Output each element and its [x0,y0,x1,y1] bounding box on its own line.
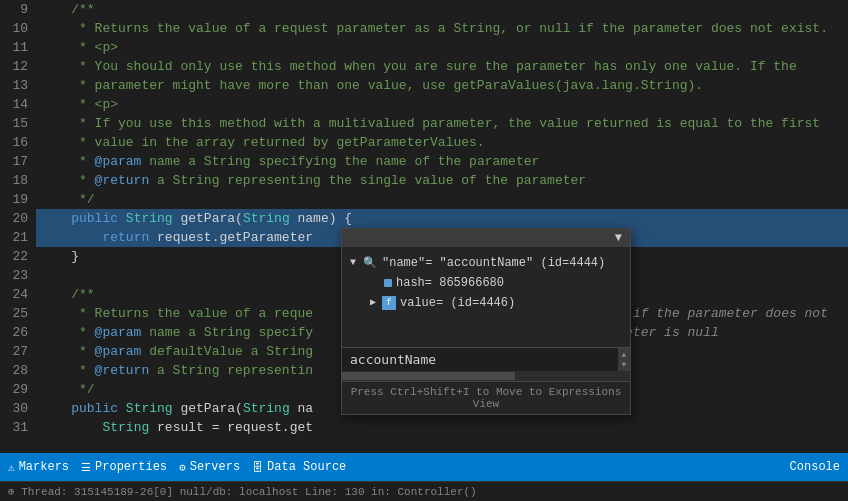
code-line: /** [36,0,848,19]
code-line: * <p> [36,38,848,57]
debug-popup-hint: Press Ctrl+Shift+I to Move to Expression… [342,381,630,414]
close-icon[interactable]: ▼ [611,231,626,245]
bottom-tab-markers[interactable]: ⚠ Markers [8,460,69,474]
bottom-tab-console[interactable]: Console [790,460,840,474]
debug-popup-tree: ▼ 🔍 "name"= "accountName" (id=4444) hash… [342,247,630,347]
properties-icon: ☰ [81,461,91,474]
dot-icon [384,279,392,287]
line-numbers: 9 10 11 12 13 14 15 16 17 18 19 20 21 22… [0,0,36,453]
tree-root-item[interactable]: ▼ 🔍 "name"= "accountName" (id=4444) [350,253,622,273]
datasource-label: Data Source [267,460,346,474]
code-line: * If you use this method with a multival… [36,114,848,133]
editor-area: 9 10 11 12 13 14 15 16 17 18 19 20 21 22… [0,0,848,501]
code-line: * You should only use this method when y… [36,57,848,76]
debug-popup[interactable]: ▼ ▼ 🔍 "name"= "accountName" (id=4444) ha… [341,228,631,415]
datasource-icon: 🗄 [252,461,263,474]
console-label: Console [790,460,840,474]
properties-label: Properties [95,460,167,474]
tree-child-hash[interactable]: hash= 865966680 [350,273,622,293]
child-expand-arrow[interactable]: ▶ [370,293,382,313]
bottom-bar: ⚠ Markers ☰ Properties ⚙ Servers 🗄 Data … [0,453,848,481]
status-text: ⊕ Thread: 315145189-26[0] null/db: local… [8,485,477,498]
code-container: 9 10 11 12 13 14 15 16 17 18 19 20 21 22… [0,0,848,453]
debug-popup-scrollbar[interactable]: ▲ ▼ [618,348,630,371]
scrollbar-thumb [342,372,515,380]
scroll-up-icon[interactable]: ▲ [622,350,627,359]
debug-popup-input[interactable] [342,348,618,371]
code-line: * parameter might have more than one val… [36,76,848,95]
markers-icon: ⚠ [8,461,15,474]
code-line: * @param name a String specifying the na… [36,152,848,171]
code-line: * value in the array returned by getPara… [36,133,848,152]
code-line: * <p> [36,95,848,114]
markers-label: Markers [19,460,69,474]
debug-popup-input-row: ▲ ▼ [342,347,630,371]
bottom-tab-properties[interactable]: ☰ Properties [81,460,167,474]
horizontal-scrollbar[interactable] [342,371,630,381]
tree-hash-label: hash= 865966680 [396,273,504,293]
debug-popup-header: ▼ [342,229,630,247]
expand-arrow[interactable]: ▼ [350,253,362,273]
code-line: */ [36,190,848,209]
code-line: * Returns the value of a request paramet… [36,19,848,38]
bottom-tab-servers[interactable]: ⚙ Servers [179,460,240,474]
search-icon: 🔍 [362,255,378,271]
status-bar: ⊕ Thread: 315145189-26[0] null/db: local… [0,481,848,501]
code-line: String result = request.get [36,418,848,437]
tree-child-value[interactable]: ▶ f value= (id=4446) [350,293,622,313]
code-lines: /** * Returns the value of a request par… [36,0,848,453]
code-line: * @return a String representing the sing… [36,171,848,190]
tree-root-label: "name"= "accountName" (id=4444) [382,253,605,273]
code-line: public String getPara(String name) { [36,209,848,228]
bottom-tab-datasource[interactable]: 🗄 Data Source [252,460,346,474]
tree-value-label: value= (id=4446) [400,293,515,313]
scroll-down-icon[interactable]: ▼ [622,360,627,369]
field-icon: f [382,296,396,310]
servers-label: Servers [190,460,240,474]
servers-icon: ⚙ [179,461,186,474]
